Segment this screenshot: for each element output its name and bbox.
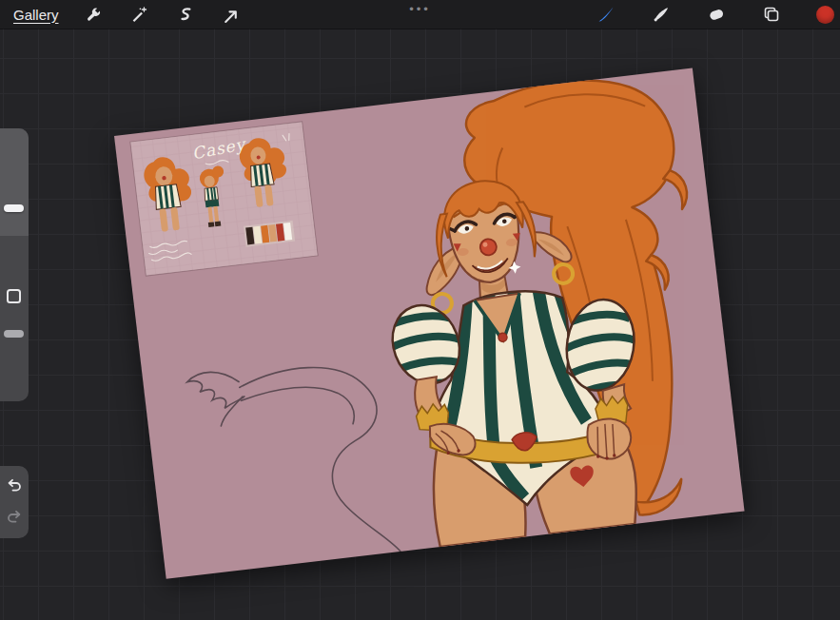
clown-nose: [479, 238, 498, 256]
undo-icon: [5, 475, 24, 494]
redo-icon: [5, 507, 24, 526]
reference-sheet: Casey: [130, 122, 318, 276]
transform-arrow-icon: [222, 6, 240, 24]
brush-size-slider[interactable]: [0, 128, 29, 236]
eraser-button[interactable]: [706, 4, 727, 25]
toolbar-right-group: [596, 4, 840, 25]
adjustments-button[interactable]: [129, 4, 150, 25]
brush-icon: [596, 5, 615, 24]
wrench-icon: [85, 6, 103, 24]
undo-redo-panel: [0, 466, 29, 538]
multitask-indicator[interactable]: •••: [409, 3, 431, 16]
character-illustration: [357, 68, 725, 551]
redo-button[interactable]: [5, 507, 24, 529]
transform-button[interactable]: [221, 4, 242, 25]
undo-button[interactable]: [5, 475, 24, 497]
layers-button[interactable]: [761, 4, 782, 25]
tail-sketch: [186, 353, 400, 574]
artwork-svg: Casey: [114, 68, 745, 579]
color-swatch[interactable]: [816, 6, 834, 24]
brush-size-handle[interactable]: [4, 204, 24, 212]
selection-s-icon: [176, 6, 194, 24]
left-sidebar: [0, 128, 29, 401]
actions-button[interactable]: [84, 4, 105, 25]
paint-brush-button[interactable]: [596, 4, 616, 25]
selection-button[interactable]: [175, 4, 196, 25]
smudge-button[interactable]: [651, 4, 672, 25]
opacity-handle[interactable]: [4, 330, 24, 338]
magic-wand-icon: [130, 6, 148, 24]
toolbar-left-group: Gallery: [0, 4, 242, 25]
procreate-app: Casey: [0, 0, 840, 620]
smudge-icon: [652, 5, 671, 24]
toolbar-center: •••: [409, 0, 431, 17]
gallery-button[interactable]: Gallery: [13, 7, 59, 23]
modify-button[interactable]: [7, 289, 21, 303]
layers-icon: [762, 5, 781, 24]
top-toolbar: Gallery: [0, 0, 840, 29]
eraser-icon: [707, 5, 726, 24]
canvas[interactable]: Casey: [114, 68, 745, 579]
